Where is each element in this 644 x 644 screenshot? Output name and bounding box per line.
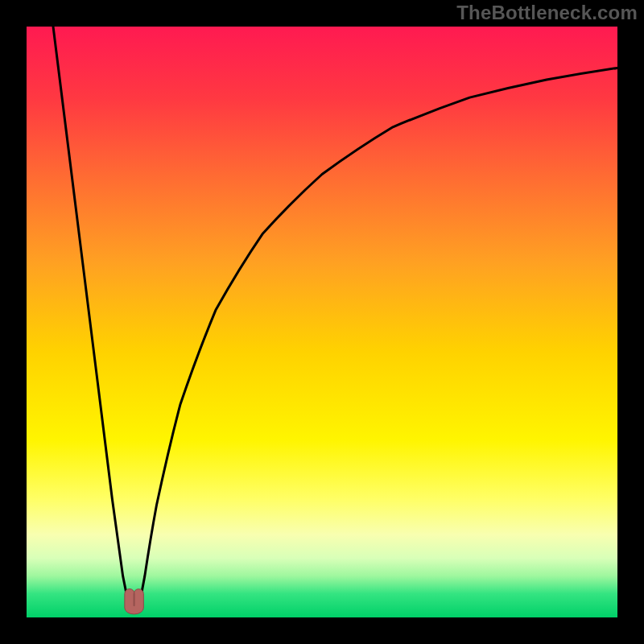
plot-area	[27, 27, 617, 617]
watermark-text: TheBottleneck.com	[456, 2, 638, 24]
chart-svg	[27, 27, 617, 617]
chart-frame: TheBottleneck.com	[0, 0, 644, 644]
trough-marker-icon	[125, 589, 143, 614]
